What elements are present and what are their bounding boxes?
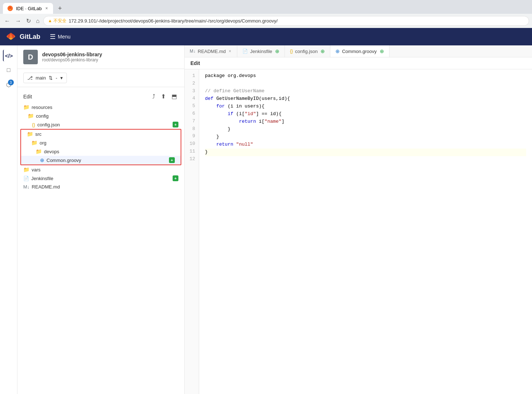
editor-area: M↓ README.md × 📄 Jenkinsfile ⊕ {} config… bbox=[185, 45, 532, 394]
menu-button[interactable]: ☰ Menu bbox=[46, 31, 74, 43]
folder-icon: 📁 bbox=[36, 149, 42, 154]
line-num-9: 9 bbox=[185, 133, 199, 140]
sidebar-icon-commits[interactable]: ⬡ 3 bbox=[3, 79, 15, 90]
branch-icon: ⎇ bbox=[27, 75, 33, 81]
issues-icon: □ bbox=[7, 67, 11, 73]
jenkinsfile-icon: 📄 bbox=[23, 176, 29, 181]
sidebar-icons: </> □ ⬡ 3 bbox=[0, 45, 17, 394]
line-num-1: 1 bbox=[185, 72, 199, 80]
tab-label: config.json bbox=[295, 49, 318, 54]
tree-item-devops[interactable]: 📁 devops bbox=[21, 147, 181, 156]
hamburger-icon: ☰ bbox=[50, 33, 56, 41]
tab-readme[interactable]: M↓ README.md × bbox=[185, 46, 237, 57]
top-navbar: GitLab ☰ Menu bbox=[0, 28, 532, 45]
tree-item-label: config.json bbox=[37, 122, 60, 127]
tree-item-config-json[interactable]: {} config.json + bbox=[17, 120, 184, 129]
tree-item-vars[interactable]: 📁 vars bbox=[17, 165, 184, 174]
line-num-2: 2 bbox=[185, 80, 199, 88]
code-line-6: if (i["id"] == id){ bbox=[205, 110, 526, 118]
toolbar-icon-2[interactable]: ⬆ bbox=[160, 92, 167, 101]
tree-item-config[interactable]: 📁 config bbox=[17, 111, 184, 120]
editor-tabs: M↓ README.md × 📄 Jenkinsfile ⊕ {} config… bbox=[185, 45, 532, 57]
selected-folder-group: 📁 src 📁 org 📁 devops ⊕ bbox=[20, 129, 181, 165]
line-num-12: 12 bbox=[185, 155, 199, 163]
tree-item-common-groovy[interactable]: ⊕ Common.groovy + bbox=[21, 156, 181, 164]
editor-content: Edit 1 2 3 4 5 6 7 8 9 10 11 12 bbox=[185, 57, 532, 394]
url-text: 172.29.9.101/-/ide/project/root/devops06… bbox=[69, 18, 278, 24]
readme-tab-icon: M↓ bbox=[190, 49, 196, 54]
code-line-9: } bbox=[205, 133, 526, 141]
json-file-icon: {} bbox=[32, 122, 35, 127]
gitlab-logo: GitLab bbox=[6, 32, 40, 42]
toolbar-icon-3[interactable]: ⬒ bbox=[170, 92, 178, 101]
line-num-10: 10 bbox=[185, 140, 199, 148]
tree-item-label: config bbox=[36, 113, 49, 119]
file-badge: + bbox=[173, 175, 178, 181]
code-line-8: } bbox=[205, 126, 526, 133]
tree-item-readme[interactable]: M↓ README.md bbox=[17, 183, 184, 191]
tree-item-jenkinsfile[interactable]: 📄 Jenkinsfile + bbox=[17, 174, 184, 183]
sidebar-icon-issues[interactable]: □ bbox=[3, 64, 15, 76]
branch-separator: - bbox=[56, 75, 57, 81]
line-num-5: 5 bbox=[185, 102, 199, 110]
gitlab-wordmark: GitLab bbox=[20, 33, 40, 41]
tab-add-config[interactable]: ⊕ bbox=[321, 48, 325, 54]
menu-label: Menu bbox=[58, 34, 70, 40]
browser-tab: IDE · GitLab × bbox=[3, 3, 53, 14]
edit-toolbar: Edit ⤴ ⬆ ⬒ bbox=[17, 90, 184, 103]
tree-item-label: resources bbox=[32, 105, 52, 110]
tab-add-jenkinsfile[interactable]: ⊕ bbox=[275, 48, 279, 54]
new-tab-button[interactable]: + bbox=[56, 5, 64, 12]
main-content: </> □ ⬡ 3 D devops06-jenkins-library roo… bbox=[0, 45, 532, 394]
tab-close-readme[interactable]: × bbox=[228, 49, 232, 54]
home-button[interactable]: ⌂ bbox=[35, 16, 41, 26]
tree-item-label: vars bbox=[32, 167, 41, 172]
project-name: devops06-jenkins-library bbox=[42, 52, 102, 57]
forward-button[interactable]: → bbox=[14, 16, 23, 26]
code-line-10: return "null" bbox=[205, 141, 526, 149]
editor-header: Edit bbox=[185, 57, 532, 69]
toolbar-icon-1[interactable]: ⤴ bbox=[151, 92, 157, 101]
code-line-5: for (i in users){ bbox=[205, 103, 526, 110]
tab-label: Jenkinsfile bbox=[250, 49, 272, 54]
code-line-7: return i["name"] bbox=[205, 118, 526, 126]
branch-area: ⎇ main ⇅ - ▾ bbox=[17, 69, 184, 87]
tab-add-groovy[interactable]: ⊕ bbox=[380, 48, 384, 54]
folder-icon: 📁 bbox=[23, 167, 29, 172]
url-security-warning: ▲ 不安全 bbox=[48, 18, 66, 24]
tab-jenkinsfile[interactable]: 📄 Jenkinsfile ⊕ bbox=[237, 45, 285, 57]
tab-bar: IDE · GitLab × + bbox=[0, 0, 532, 14]
tree-item-label: Jenkinsfile bbox=[31, 176, 53, 181]
tree-item-org[interactable]: 📁 org bbox=[21, 138, 181, 147]
tab-common-groovy[interactable]: ⊕ Common.groovy ⊕ bbox=[330, 45, 389, 57]
back-button[interactable]: ← bbox=[3, 16, 12, 26]
md-file-icon: M↓ bbox=[23, 184, 29, 190]
browser-chrome: IDE · GitLab × + ← → ↻ ⌂ ▲ 不安全 172.29.9.… bbox=[0, 0, 532, 28]
groovy-file-icon: ⊕ bbox=[40, 157, 44, 163]
tab-favicon bbox=[7, 5, 13, 11]
line-num-3: 3 bbox=[185, 88, 199, 95]
tab-config-json[interactable]: {} config.json ⊕ bbox=[285, 45, 330, 57]
line-num-6: 6 bbox=[185, 110, 199, 118]
toolbar-icons: ⤴ ⬆ ⬒ bbox=[151, 92, 178, 101]
line-num-4: 4 bbox=[185, 95, 199, 102]
code-line-1: package org.devops bbox=[205, 72, 526, 80]
code-lines[interactable]: package org.devops // define GetUserName… bbox=[199, 69, 532, 394]
tree-item-src[interactable]: 📁 src bbox=[21, 130, 181, 138]
branch-selector[interactable]: ⎇ main ⇅ - ▾ bbox=[23, 73, 67, 83]
code-line-12 bbox=[205, 156, 526, 164]
file-badge: + bbox=[169, 157, 175, 163]
line-num-8: 8 bbox=[185, 125, 199, 133]
project-info: devops06-jenkins-library root/devops06-j… bbox=[42, 52, 102, 62]
file-tree: Edit ⤴ ⬆ ⬒ 📁 resources 📁 config bbox=[17, 87, 184, 194]
url-bar[interactable]: ▲ 不安全 172.29.9.101/-/ide/project/root/de… bbox=[43, 16, 529, 26]
tree-item-resources[interactable]: 📁 resources bbox=[17, 103, 184, 111]
code-line-4: def GetUserNameByID(users,id){ bbox=[205, 95, 526, 103]
code-line-2 bbox=[205, 80, 526, 88]
project-sidebar: D devops06-jenkins-library root/devops06… bbox=[17, 45, 185, 394]
refresh-button[interactable]: ↻ bbox=[25, 16, 32, 26]
config-tab-icon: {} bbox=[290, 49, 293, 54]
sidebar-icon-code[interactable]: </> bbox=[3, 50, 15, 61]
tab-close-button[interactable]: × bbox=[45, 5, 49, 12]
line-num-11: 11 bbox=[185, 148, 199, 155]
